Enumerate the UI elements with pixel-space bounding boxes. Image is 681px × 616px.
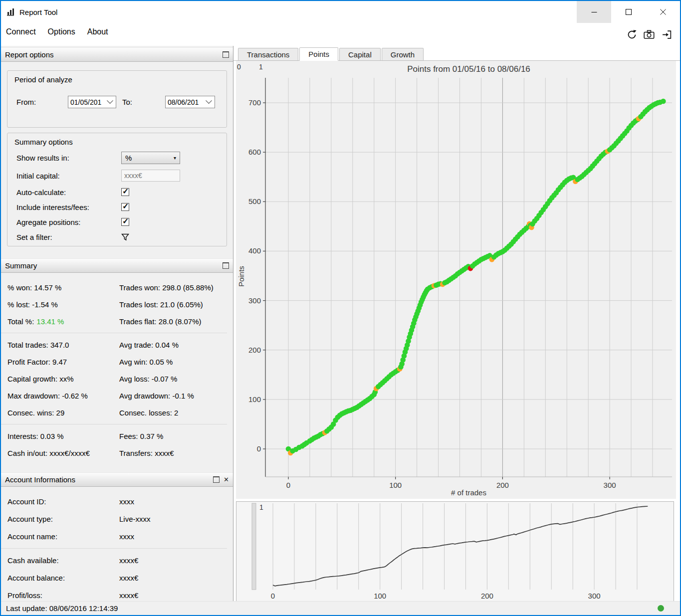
svg-text:200: 200 bbox=[496, 481, 509, 489]
filter-icon[interactable] bbox=[121, 233, 129, 241]
svg-text:600: 600 bbox=[248, 148, 261, 156]
summary-title: Summary bbox=[5, 261, 37, 270]
svg-text:300: 300 bbox=[604, 481, 616, 489]
divider bbox=[1, 548, 227, 549]
overview-chart-figure: 01002003001 bbox=[236, 501, 674, 602]
points-chart: 01002003004005006007000100200300Points f… bbox=[236, 61, 676, 499]
account-row: Cash available: xxxx€ bbox=[1, 552, 233, 569]
pct-won: % won: 14.57 % bbox=[7, 283, 119, 292]
account-name-value: xxxx bbox=[119, 532, 134, 541]
summary-row: Cash in/out: xxxx€/xxxx€ Transfers: xxxx… bbox=[1, 444, 233, 461]
summary-row: Total %:13.41 % Trades flat: 28.0 (8.07%… bbox=[1, 313, 233, 330]
summary-row: Profit Factor: 9.47 Avg win: 0.05 % bbox=[1, 353, 233, 370]
app-window: Report Tool Connect Options About bbox=[0, 0, 681, 616]
titlebar: Report Tool bbox=[1, 1, 680, 23]
tab-capital[interactable]: Capital bbox=[339, 48, 381, 60]
window-controls bbox=[577, 1, 680, 23]
menu-options[interactable]: Options bbox=[42, 23, 81, 42]
show-results-select[interactable]: % ▾ bbox=[121, 152, 180, 164]
camera-icon[interactable] bbox=[644, 29, 655, 40]
svg-text:700: 700 bbox=[248, 98, 261, 107]
cash-available-value: xxxx€ bbox=[119, 556, 138, 565]
from-label: From: bbox=[16, 98, 68, 106]
window-title: Report Tool bbox=[19, 8, 57, 16]
from-date-combobox[interactable]: 01/05/201 bbox=[68, 96, 116, 108]
show-results-label: Show results in: bbox=[16, 154, 121, 162]
from-date-value: 01/05/201 bbox=[68, 98, 108, 106]
account-type-value: Live-xxxx bbox=[119, 515, 151, 523]
tabbar: Transactions Points Capital Growth bbox=[233, 47, 680, 61]
svg-text:0: 0 bbox=[257, 444, 261, 453]
export-icon[interactable] bbox=[661, 29, 672, 40]
summary-options-title: Summary options bbox=[7, 133, 227, 146]
avg-drawdown: Avg drawdown: -0.1 % bbox=[119, 392, 194, 400]
total-pct-value: 13.41 % bbox=[36, 317, 64, 326]
close-icon bbox=[660, 9, 666, 15]
tab-growth[interactable]: Growth bbox=[382, 48, 424, 60]
account-rows: Account ID: xxxx Account type: Live-xxxx… bbox=[1, 493, 233, 601]
close-panel-icon[interactable]: ✕ bbox=[224, 477, 229, 482]
tab-points[interactable]: Points bbox=[299, 47, 338, 61]
summary-row: Interests: 0.03 % Fees: 0.37 % bbox=[1, 427, 233, 444]
trades-lost: Trades lost: 21.0 (6.05%) bbox=[119, 300, 203, 309]
account-row: Profit/loss: xxxx€ bbox=[1, 587, 233, 601]
to-date-value: 08/06/201 bbox=[166, 98, 207, 106]
tab-transactions[interactable]: Transactions bbox=[238, 48, 298, 60]
svg-text:0: 0 bbox=[237, 63, 241, 71]
agregate-positions-checkbox[interactable] bbox=[121, 218, 129, 226]
connection-status-dot bbox=[658, 605, 664, 612]
svg-text:400: 400 bbox=[248, 246, 261, 255]
include-interests-checkbox[interactable] bbox=[121, 203, 129, 211]
profit-factor: Profit Factor: 9.47 bbox=[7, 358, 119, 366]
auto-calculate-checkbox[interactable] bbox=[121, 188, 129, 196]
avg-win: Avg win: 0.05 % bbox=[119, 358, 173, 366]
float-icon[interactable] bbox=[223, 262, 229, 269]
to-date-combobox[interactable]: 08/06/201 bbox=[165, 96, 215, 108]
dropdown-arrow-icon: ▾ bbox=[174, 155, 176, 161]
trades-won: Trades won: 298.0 (85.88%) bbox=[119, 283, 214, 292]
account-informations-header: Account Informations ✕ bbox=[1, 472, 233, 487]
summary-rows: % won: 14.57 % Trades won: 298.0 (85.88%… bbox=[1, 279, 233, 461]
svg-text:Points from 01/05/16 to 08/06/: Points from 01/05/16 to 08/06/16 bbox=[407, 64, 530, 74]
account-row: Account ID: xxxx bbox=[1, 493, 233, 510]
float-icon[interactable] bbox=[213, 476, 220, 483]
svg-text:100: 100 bbox=[248, 395, 261, 404]
summary-row: Consec. wins: 29 Consec. losses: 2 bbox=[1, 404, 233, 421]
svg-text:300: 300 bbox=[248, 296, 261, 305]
float-icon[interactable] bbox=[223, 51, 229, 58]
account-balance-value: xxxx€ bbox=[119, 574, 138, 582]
svg-text:# of trades: # of trades bbox=[451, 488, 486, 497]
profit-loss-label: Profit/loss: bbox=[7, 591, 119, 600]
capital-growth: Capital growth: xx% bbox=[7, 375, 119, 383]
chart-panel: Transactions Points Capital Growth 01002… bbox=[233, 46, 680, 601]
close-button[interactable] bbox=[646, 1, 680, 23]
refresh-icon[interactable] bbox=[626, 29, 637, 40]
svg-text:300: 300 bbox=[588, 592, 601, 600]
account-balance-label: Account balance: bbox=[7, 574, 119, 582]
svg-text:0: 0 bbox=[271, 592, 275, 600]
summary-row: Total trades: 347.0 Avg trade: 0.04 % bbox=[1, 336, 233, 353]
menu-about[interactable]: About bbox=[81, 23, 114, 42]
summary-row: % lost: -1.54 % Trades lost: 21.0 (6.05%… bbox=[1, 296, 233, 313]
cash-available-label: Cash available: bbox=[7, 556, 119, 565]
summary-row: % won: 14.57 % Trades won: 298.0 (85.88%… bbox=[1, 279, 233, 296]
menu-connect[interactable]: Connect bbox=[1, 23, 42, 42]
report-options-title: Report options bbox=[5, 50, 54, 59]
account-type-label: Account type: bbox=[7, 515, 119, 523]
profit-loss-value: xxxx€ bbox=[119, 591, 138, 600]
chevron-down-icon bbox=[107, 97, 113, 104]
app-icon bbox=[6, 7, 15, 16]
consec-losses: Consec. losses: 2 bbox=[119, 409, 178, 417]
maximize-button[interactable] bbox=[611, 1, 646, 23]
svg-text:100: 100 bbox=[374, 592, 386, 600]
maximize-icon bbox=[626, 9, 632, 15]
total-trades: Total trades: 347.0 bbox=[7, 341, 119, 349]
summary-row: Capital growth: xx% Avg loss: -0.07 % bbox=[1, 370, 233, 387]
initial-capital-input[interactable] bbox=[121, 170, 180, 182]
interests: Interests: 0.03 % bbox=[7, 432, 119, 440]
account-row: Account balance: xxxx€ bbox=[1, 569, 233, 587]
summary-header: Summary bbox=[1, 258, 233, 273]
minimize-button[interactable] bbox=[577, 1, 611, 23]
overview-chart[interactable]: 01002003001 bbox=[236, 502, 674, 602]
account-id-label: Account ID: bbox=[7, 497, 119, 506]
